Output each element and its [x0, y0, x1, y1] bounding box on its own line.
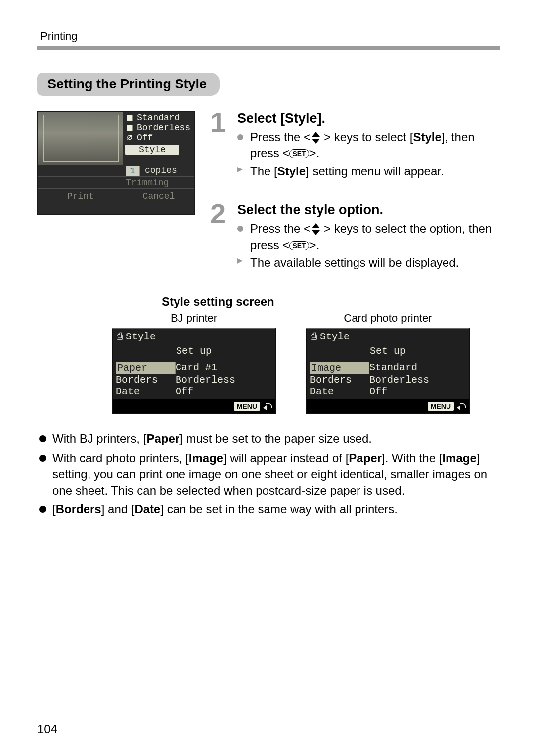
lcd-title: Style	[320, 331, 350, 342]
menu-badge: MENU	[428, 402, 454, 411]
borderless-icon: ▤	[126, 123, 134, 133]
step-instruction: Press the <> keys to select the option, …	[237, 221, 500, 253]
step-result: The [Style] setting menu will appear.	[237, 164, 500, 179]
info-off: Off	[137, 133, 153, 143]
up-down-key-icon	[311, 225, 324, 234]
step-2: 2 Select the style option. Press the <> …	[210, 202, 500, 271]
step-result: The available settings will be displayed…	[237, 255, 500, 271]
print-item: Print	[38, 191, 123, 201]
up-down-key-icon	[311, 133, 324, 142]
header-rule	[37, 46, 500, 50]
note-item: With card photo printers, [Image] will a…	[37, 450, 500, 499]
step-1: 1 Select [Style]. Press the <> keys to s…	[210, 111, 500, 179]
lcd-row-borders[interactable]: BordersBorderless	[310, 374, 466, 386]
info-standard: Standard	[137, 113, 179, 123]
return-icon	[457, 402, 466, 410]
step-number: 2	[210, 197, 226, 230]
grid-icon: ▦	[126, 113, 134, 123]
section-title: Setting the Printing Style	[37, 73, 220, 96]
lcd-title: Style	[126, 331, 156, 342]
step-title: Select [Style].	[237, 111, 500, 126]
note-item: [Borders] and [Date] can be set in the s…	[37, 502, 500, 517]
style-menu-item[interactable]: Style	[125, 145, 179, 155]
copies-label: copies	[145, 166, 177, 176]
step-instruction: Press the <> keys to select [Style], the…	[237, 129, 500, 162]
lcd-subtitle: Set up	[113, 344, 275, 362]
notes-list: With BJ printers, [Paper] must be set to…	[37, 431, 500, 517]
step-number: 1	[210, 106, 226, 138]
off-icon: ⌀	[126, 133, 134, 143]
style-screens-heading: Style setting screen	[162, 295, 500, 309]
screen-caption: BJ printer	[112, 312, 276, 325]
step-title: Select the style option.	[237, 202, 500, 218]
copies-count: 1	[126, 166, 140, 176]
card-photo-printer-screen: Card photo printer ⎙Style Set up ImageSt…	[306, 312, 470, 414]
page-number: 104	[37, 722, 57, 736]
set-key-icon: SET	[289, 241, 309, 250]
screen-caption: Card photo printer	[306, 312, 470, 325]
set-key-icon: SET	[289, 149, 309, 158]
printer-icon: ⎙	[117, 331, 123, 342]
preview-thumbnail	[38, 112, 123, 165]
menu-badge: MENU	[234, 402, 260, 411]
running-header: Printing	[37, 30, 500, 43]
cancel-item: Cancel	[123, 191, 194, 201]
lcd-row-paper[interactable]: PaperCard #1	[116, 362, 272, 374]
lcd-row-image[interactable]: ImageStandard	[310, 362, 466, 374]
lcd-row-date[interactable]: DateOff	[116, 386, 272, 397]
return-icon	[263, 402, 272, 410]
bj-printer-screen: BJ printer ⎙Style Set up PaperCard #1 Bo…	[112, 312, 276, 414]
printer-icon: ⎙	[311, 331, 317, 342]
info-borderless: Borderless	[137, 123, 190, 133]
lcd-row-date[interactable]: DateOff	[310, 386, 466, 397]
lcd-subtitle: Set up	[307, 344, 469, 362]
camera-screenshot-print: ▦Standard ▤Borderless ⌀Off Style 1 copie…	[37, 111, 195, 215]
note-item: With BJ printers, [Paper] must be set to…	[37, 431, 500, 447]
lcd-row-borders[interactable]: BordersBorderless	[116, 374, 272, 386]
trimming-item: Trimming	[126, 178, 169, 188]
